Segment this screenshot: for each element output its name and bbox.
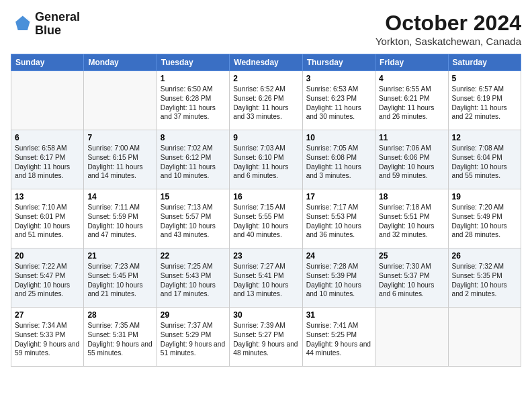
- day-info: Sunrise: 7:28 AM Sunset: 5:39 PM Dayligh…: [306, 262, 371, 299]
- page: General Blue October 2024 Yorkton, Saska…: [0, 0, 532, 372]
- day-info: Sunrise: 7:30 AM Sunset: 5:37 PM Dayligh…: [379, 262, 444, 299]
- header-saturday: Saturday: [448, 54, 521, 71]
- table-row: 1 Sunrise: 6:50 AM Sunset: 6:28 PM Dayli…: [157, 71, 229, 130]
- day-info: Sunrise: 7:13 AM Sunset: 5:57 PM Dayligh…: [161, 203, 226, 240]
- table-row: 13 Sunrise: 7:10 AM Sunset: 6:01 PM Dayl…: [11, 189, 84, 248]
- day-number: 5: [452, 74, 517, 83]
- day-number: 3: [306, 74, 371, 83]
- day-info: Sunrise: 6:53 AM Sunset: 6:23 PM Dayligh…: [306, 85, 371, 122]
- table-row: 29 Sunrise: 7:37 AM Sunset: 5:29 PM Dayl…: [157, 308, 229, 367]
- day-info: Sunrise: 6:50 AM Sunset: 6:28 PM Dayligh…: [161, 85, 226, 122]
- calendar-table: Sunday Monday Tuesday Wednesday Thursday…: [11, 54, 521, 367]
- day-number: 26: [452, 251, 517, 261]
- day-number: 12: [452, 133, 517, 142]
- day-number: 23: [233, 251, 298, 261]
- day-number: 28: [87, 310, 152, 320]
- day-info: Sunrise: 7:34 AM Sunset: 5:33 PM Dayligh…: [15, 321, 80, 358]
- day-info: Sunrise: 7:27 AM Sunset: 5:41 PM Dayligh…: [233, 262, 298, 299]
- day-info: Sunrise: 7:23 AM Sunset: 5:45 PM Dayligh…: [87, 262, 152, 299]
- day-info: Sunrise: 7:35 AM Sunset: 5:31 PM Dayligh…: [87, 321, 152, 358]
- day-info: Sunrise: 6:58 AM Sunset: 6:17 PM Dayligh…: [15, 144, 80, 181]
- day-info: Sunrise: 6:57 AM Sunset: 6:19 PM Dayligh…: [452, 85, 517, 122]
- day-number: 25: [379, 251, 444, 261]
- day-number: 6: [15, 133, 80, 142]
- table-row: 12 Sunrise: 7:08 AM Sunset: 6:04 PM Dayl…: [448, 130, 521, 189]
- day-info: Sunrise: 6:52 AM Sunset: 6:26 PM Dayligh…: [233, 85, 298, 122]
- table-row: 22 Sunrise: 7:25 AM Sunset: 5:43 PM Dayl…: [157, 248, 229, 308]
- header-sunday: Sunday: [11, 54, 84, 71]
- table-row: 30 Sunrise: 7:39 AM Sunset: 5:27 PM Dayl…: [230, 308, 302, 367]
- logo-text: General Blue: [35, 11, 80, 38]
- header: General Blue October 2024 Yorkton, Saska…: [11, 11, 521, 47]
- day-number: 20: [15, 251, 80, 261]
- day-info: Sunrise: 7:39 AM Sunset: 5:27 PM Dayligh…: [233, 321, 298, 358]
- table-row: [11, 71, 84, 130]
- calendar-week-row: 13 Sunrise: 7:10 AM Sunset: 6:01 PM Dayl…: [11, 189, 521, 248]
- day-number: 2: [233, 74, 298, 83]
- table-row: 2 Sunrise: 6:52 AM Sunset: 6:26 PM Dayli…: [230, 71, 302, 130]
- calendar-week-row: 20 Sunrise: 7:22 AM Sunset: 5:47 PM Dayl…: [11, 248, 521, 308]
- location-subtitle: Yorkton, Saskatchewan, Canada: [375, 36, 521, 47]
- table-row: 14 Sunrise: 7:11 AM Sunset: 5:59 PM Dayl…: [84, 189, 157, 248]
- table-row: 3 Sunrise: 6:53 AM Sunset: 6:23 PM Dayli…: [302, 71, 375, 130]
- day-info: Sunrise: 7:32 AM Sunset: 5:35 PM Dayligh…: [452, 262, 517, 299]
- calendar-week-row: 6 Sunrise: 6:58 AM Sunset: 6:17 PM Dayli…: [11, 130, 521, 189]
- table-row: 10 Sunrise: 7:05 AM Sunset: 6:08 PM Dayl…: [302, 130, 375, 189]
- day-number: 30: [233, 310, 298, 320]
- calendar-week-row: 1 Sunrise: 6:50 AM Sunset: 6:28 PM Dayli…: [11, 71, 521, 130]
- svg-marker-0: [15, 15, 30, 30]
- day-number: 9: [233, 133, 298, 142]
- table-row: 19 Sunrise: 7:20 AM Sunset: 5:49 PM Dayl…: [448, 189, 521, 248]
- day-number: 16: [233, 192, 298, 201]
- day-number: 29: [161, 310, 226, 320]
- table-row: 6 Sunrise: 6:58 AM Sunset: 6:17 PM Dayli…: [11, 130, 84, 189]
- table-row: 20 Sunrise: 7:22 AM Sunset: 5:47 PM Dayl…: [11, 248, 84, 308]
- table-row: 17 Sunrise: 7:17 AM Sunset: 5:53 PM Dayl…: [302, 189, 375, 248]
- table-row: 26 Sunrise: 7:32 AM Sunset: 5:35 PM Dayl…: [448, 248, 521, 308]
- day-info: Sunrise: 7:10 AM Sunset: 6:01 PM Dayligh…: [15, 203, 80, 240]
- table-row: 21 Sunrise: 7:23 AM Sunset: 5:45 PM Dayl…: [84, 248, 157, 308]
- day-info: Sunrise: 7:05 AM Sunset: 6:08 PM Dayligh…: [306, 144, 371, 181]
- table-row: 16 Sunrise: 7:15 AM Sunset: 5:55 PM Dayl…: [230, 189, 302, 248]
- calendar-header-row: Sunday Monday Tuesday Wednesday Thursday…: [11, 54, 521, 71]
- table-row: 8 Sunrise: 7:02 AM Sunset: 6:12 PM Dayli…: [157, 130, 229, 189]
- header-thursday: Thursday: [302, 54, 375, 71]
- table-row: 15 Sunrise: 7:13 AM Sunset: 5:57 PM Dayl…: [157, 189, 229, 248]
- table-row: 9 Sunrise: 7:03 AM Sunset: 6:10 PM Dayli…: [230, 130, 302, 189]
- day-info: Sunrise: 7:18 AM Sunset: 5:51 PM Dayligh…: [379, 203, 444, 240]
- header-monday: Monday: [84, 54, 157, 71]
- day-info: Sunrise: 7:15 AM Sunset: 5:55 PM Dayligh…: [233, 203, 298, 240]
- table-row: 7 Sunrise: 7:00 AM Sunset: 6:15 PM Dayli…: [84, 130, 157, 189]
- day-info: Sunrise: 6:55 AM Sunset: 6:21 PM Dayligh…: [379, 85, 444, 122]
- day-info: Sunrise: 7:02 AM Sunset: 6:12 PM Dayligh…: [161, 144, 226, 181]
- day-number: 7: [87, 133, 152, 142]
- day-number: 14: [87, 192, 152, 201]
- table-row: [375, 308, 448, 367]
- day-number: 31: [306, 310, 371, 320]
- day-info: Sunrise: 7:06 AM Sunset: 6:06 PM Dayligh…: [379, 144, 444, 181]
- table-row: 31 Sunrise: 7:41 AM Sunset: 5:25 PM Dayl…: [302, 308, 375, 367]
- day-info: Sunrise: 7:17 AM Sunset: 5:53 PM Dayligh…: [306, 203, 371, 240]
- table-row: 24 Sunrise: 7:28 AM Sunset: 5:39 PM Dayl…: [302, 248, 375, 308]
- table-row: 18 Sunrise: 7:18 AM Sunset: 5:51 PM Dayl…: [375, 189, 448, 248]
- day-number: 22: [161, 251, 226, 261]
- day-number: 17: [306, 192, 371, 201]
- day-info: Sunrise: 7:22 AM Sunset: 5:47 PM Dayligh…: [15, 262, 80, 299]
- calendar-week-row: 27 Sunrise: 7:34 AM Sunset: 5:33 PM Dayl…: [11, 308, 521, 367]
- day-info: Sunrise: 7:25 AM Sunset: 5:43 PM Dayligh…: [161, 262, 226, 299]
- table-row: [448, 308, 521, 367]
- day-number: 24: [306, 251, 371, 261]
- table-row: 23 Sunrise: 7:27 AM Sunset: 5:41 PM Dayl…: [230, 248, 302, 308]
- day-info: Sunrise: 7:11 AM Sunset: 5:59 PM Dayligh…: [87, 203, 152, 240]
- header-wednesday: Wednesday: [230, 54, 302, 71]
- table-row: 4 Sunrise: 6:55 AM Sunset: 6:21 PM Dayli…: [375, 71, 448, 130]
- day-number: 1: [161, 74, 226, 83]
- header-tuesday: Tuesday: [157, 54, 229, 71]
- month-title: October 2024: [375, 11, 521, 36]
- day-number: 19: [452, 192, 517, 201]
- day-info: Sunrise: 7:03 AM Sunset: 6:10 PM Dayligh…: [233, 144, 298, 181]
- day-number: 4: [379, 74, 444, 83]
- day-number: 8: [161, 133, 226, 142]
- table-row: 27 Sunrise: 7:34 AM Sunset: 5:33 PM Dayl…: [11, 308, 84, 367]
- table-row: [84, 71, 157, 130]
